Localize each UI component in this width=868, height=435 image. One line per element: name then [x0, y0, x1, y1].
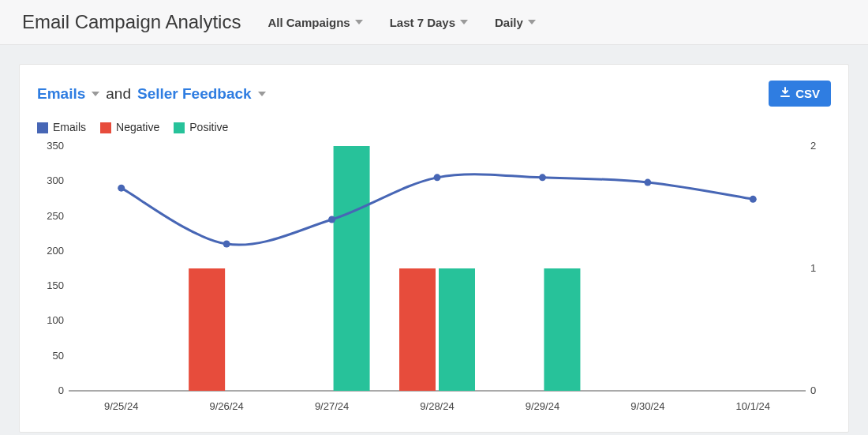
swatch-icon — [174, 122, 185, 133]
chevron-down-icon — [460, 20, 468, 24]
metric-a-label: Emails — [37, 85, 85, 102]
csv-button-label: CSV — [795, 87, 820, 100]
filter-granularity-label: Daily — [495, 16, 523, 29]
svg-text:1: 1 — [810, 262, 816, 274]
chevron-down-icon — [355, 20, 363, 24]
metric-b-label: Seller Feedback — [137, 85, 252, 102]
svg-text:200: 200 — [47, 245, 64, 257]
svg-text:9/27/24: 9/27/24 — [315, 400, 349, 412]
filter-range-label: Last 7 Days — [390, 16, 455, 29]
chart-svg: 0501001502002503003500129/25/249/26/249/… — [37, 141, 832, 418]
filter-campaigns-label: All Campaigns — [268, 16, 350, 29]
svg-text:100: 100 — [47, 315, 64, 327]
bar-positive — [439, 268, 475, 391]
svg-text:150: 150 — [47, 279, 64, 291]
svg-text:50: 50 — [53, 350, 64, 362]
legend-negative[interactable]: Negative — [100, 121, 159, 133]
point-emails — [750, 196, 757, 203]
svg-text:300: 300 — [47, 175, 64, 187]
chevron-down-icon — [92, 92, 99, 96]
chart: 0501001502002503003500129/25/249/26/249/… — [37, 141, 831, 421]
bar-positive — [544, 268, 580, 391]
analytics-card: Emails and Seller Feedback CSV Emails Ne… — [19, 64, 849, 433]
point-emails — [539, 174, 546, 182]
metric-joiner: and — [106, 85, 131, 103]
page-title: Email Campaign Analytics — [22, 11, 241, 33]
filter-granularity[interactable]: Daily — [495, 16, 536, 29]
svg-text:9/30/24: 9/30/24 — [630, 400, 664, 412]
download-icon — [780, 87, 791, 100]
header: Email Campaign Analytics All Campaigns L… — [0, 0, 868, 45]
legend: Emails Negative Positive — [37, 121, 831, 133]
chevron-down-icon — [528, 20, 536, 24]
svg-text:9/26/24: 9/26/24 — [209, 400, 243, 412]
svg-text:0: 0 — [58, 384, 64, 396]
point-emails — [118, 185, 125, 192]
svg-text:9/29/24: 9/29/24 — [526, 400, 559, 412]
chevron-down-icon — [258, 92, 266, 96]
card-top: Emails and Seller Feedback CSV — [37, 81, 831, 107]
point-emails — [223, 241, 230, 248]
filter-range[interactable]: Last 7 Days — [390, 16, 468, 29]
bar-positive — [334, 146, 370, 391]
metric-selector-row: Emails and Seller Feedback — [37, 85, 266, 103]
filter-campaigns[interactable]: All Campaigns — [268, 16, 362, 29]
swatch-icon — [37, 122, 48, 133]
svg-text:250: 250 — [47, 210, 64, 222]
metric-b-select[interactable]: Seller Feedback — [137, 85, 252, 103]
metric-a-select[interactable]: Emails — [37, 85, 85, 103]
svg-text:9/25/24: 9/25/24 — [104, 400, 138, 412]
svg-text:0: 0 — [810, 384, 816, 396]
svg-text:10/1/24: 10/1/24 — [736, 400, 770, 412]
point-emails — [434, 174, 441, 182]
swatch-icon — [100, 122, 111, 133]
line-emails — [122, 174, 754, 245]
legend-emails[interactable]: Emails — [37, 121, 86, 133]
export-csv-button[interactable]: CSV — [769, 81, 831, 107]
svg-text:350: 350 — [47, 141, 64, 152]
legend-positive[interactable]: Positive — [174, 121, 228, 133]
bar-negative — [189, 268, 225, 391]
svg-text:2: 2 — [810, 141, 816, 152]
bar-negative — [399, 268, 436, 391]
svg-text:9/28/24: 9/28/24 — [420, 400, 454, 412]
point-emails — [328, 216, 335, 223]
point-emails — [644, 179, 651, 186]
